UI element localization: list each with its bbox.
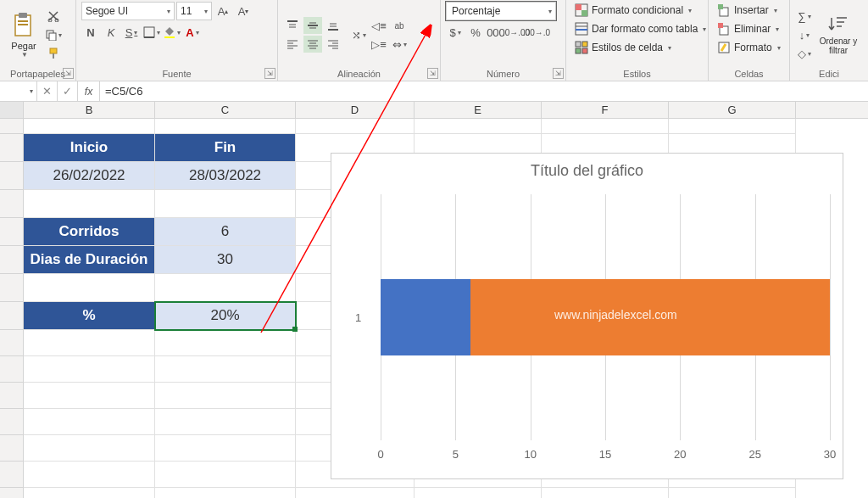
- font-color-button[interactable]: A▾: [183, 24, 202, 41]
- cell[interactable]: [155, 190, 296, 218]
- col-header-B[interactable]: B: [24, 102, 155, 118]
- cell[interactable]: [24, 409, 155, 435]
- cell[interactable]: [24, 274, 155, 302]
- decrease-indent-button[interactable]: ◁≡: [370, 17, 388, 34]
- cell[interactable]: [155, 488, 296, 498]
- cell[interactable]: 20%: [155, 302, 296, 330]
- percent-format-button[interactable]: %: [466, 24, 485, 41]
- conditional-format-button[interactable]: Formato condicional▾: [571, 2, 695, 19]
- worksheet-grid: B C D E F G InicioFin26/02/202228/03/202…: [0, 102, 868, 498]
- cell[interactable]: [296, 488, 415, 498]
- cell[interactable]: [542, 488, 669, 498]
- select-all-corner[interactable]: [0, 102, 24, 118]
- format-button[interactable]: Formato▾: [714, 39, 784, 56]
- col-header-E[interactable]: E: [415, 102, 542, 118]
- number-format-select[interactable]: Porcentaje▾: [446, 2, 556, 20]
- col-header-D[interactable]: D: [296, 102, 415, 118]
- x-tick: 15: [599, 448, 611, 461]
- cell[interactable]: Corridos: [24, 218, 155, 246]
- cell[interactable]: [155, 435, 296, 462]
- cell[interactable]: 30: [155, 246, 296, 274]
- cell[interactable]: [24, 356, 155, 383]
- cell[interactable]: [24, 435, 155, 462]
- decrease-decimal-button[interactable]: .00→.0: [527, 24, 546, 41]
- cell[interactable]: [24, 488, 155, 498]
- cell[interactable]: [24, 462, 155, 488]
- chart[interactable]: Título del gráfico 1 www.ninjadelexcel.c…: [331, 153, 843, 479]
- italic-button[interactable]: K: [102, 24, 120, 41]
- format-table-button[interactable]: Dar formato como tabla▾: [571, 20, 709, 37]
- cell[interactable]: 26/02/2022: [24, 162, 155, 190]
- cell[interactable]: [155, 356, 296, 383]
- clipboard-launcher[interactable]: ⇲: [63, 68, 74, 79]
- cell[interactable]: [24, 383, 155, 409]
- cell[interactable]: [415, 488, 542, 498]
- copy-button[interactable]: ▾: [44, 26, 63, 43]
- decrease-font-button[interactable]: A▾: [234, 3, 253, 20]
- clear-button[interactable]: ◇▾: [795, 45, 814, 62]
- number-launcher[interactable]: ⇲: [553, 68, 564, 79]
- alignment-launcher[interactable]: ⇲: [427, 68, 438, 79]
- cell[interactable]: 28/03/2022: [155, 162, 296, 190]
- bar-segment[interactable]: [381, 279, 470, 355]
- cell[interactable]: [542, 119, 669, 134]
- formula-input[interactable]: =C5/C6: [100, 81, 868, 101]
- svg-rect-43: [582, 48, 587, 53]
- cell[interactable]: [415, 119, 542, 134]
- paste-button[interactable]: Pegar ▼: [5, 6, 42, 64]
- orientation-button[interactable]: ⤭▾: [349, 26, 368, 43]
- underline-button[interactable]: S▾: [122, 24, 141, 41]
- col-header-G[interactable]: G: [669, 102, 796, 118]
- cell-styles-button[interactable]: Estilos de celda▾: [571, 39, 675, 56]
- cell[interactable]: [155, 409, 296, 435]
- chart-title[interactable]: Título del gráfico: [331, 154, 843, 185]
- cell[interactable]: [155, 330, 296, 356]
- svg-rect-41: [582, 42, 587, 47]
- align-left-button[interactable]: [283, 36, 302, 53]
- increase-indent-button[interactable]: ▷≡: [370, 36, 388, 53]
- fx-icon[interactable]: fx: [78, 81, 100, 101]
- cell[interactable]: [155, 119, 296, 134]
- insert-button[interactable]: Insertar▾: [714, 2, 781, 19]
- cancel-formula-button[interactable]: ✕: [37, 81, 58, 101]
- enter-formula-button[interactable]: ✓: [58, 81, 78, 101]
- cell[interactable]: Dias de Duración: [24, 246, 155, 274]
- font-launcher[interactable]: ⇲: [264, 68, 275, 79]
- sort-filter-button[interactable]: Ordenar y filtrar: [817, 6, 860, 64]
- delete-button[interactable]: Eliminar▾: [714, 20, 782, 37]
- name-box[interactable]: ▾: [0, 81, 37, 101]
- merge-button[interactable]: ⇔▾: [390, 36, 409, 53]
- font-size-select[interactable]: 11▾: [176, 2, 212, 20]
- cell[interactable]: [24, 330, 155, 356]
- increase-font-button[interactable]: A▴: [214, 3, 232, 20]
- align-top-button[interactable]: [283, 17, 302, 34]
- cell[interactable]: [669, 488, 796, 498]
- autosum-button[interactable]: ∑▾: [795, 8, 814, 25]
- bold-button[interactable]: N: [81, 24, 100, 41]
- accounting-format-button[interactable]: $▾: [446, 24, 465, 41]
- wrap-text-button[interactable]: ab: [390, 17, 409, 34]
- cell[interactable]: Inicio: [24, 134, 155, 162]
- col-header-C[interactable]: C: [155, 102, 296, 118]
- align-bottom-button[interactable]: [324, 17, 342, 34]
- cell[interactable]: Fin: [155, 134, 296, 162]
- cell[interactable]: [155, 462, 296, 488]
- align-right-button[interactable]: [324, 36, 342, 53]
- font-name-select[interactable]: Segoe UI▾: [81, 2, 175, 20]
- align-middle-button[interactable]: [303, 17, 322, 34]
- cell[interactable]: [24, 190, 155, 218]
- format-painter-button[interactable]: [44, 45, 63, 62]
- cut-button[interactable]: [44, 8, 63, 25]
- cell[interactable]: [155, 274, 296, 302]
- cell[interactable]: [24, 119, 155, 134]
- cell[interactable]: %: [24, 302, 155, 330]
- fill-button[interactable]: ↓▾: [795, 26, 814, 43]
- cell[interactable]: 6: [155, 218, 296, 246]
- border-button[interactable]: ▾: [142, 24, 161, 41]
- fill-color-button[interactable]: ▾: [163, 24, 181, 41]
- cell[interactable]: [155, 383, 296, 409]
- cell[interactable]: [296, 119, 415, 134]
- col-header-F[interactable]: F: [542, 102, 669, 118]
- align-center-button[interactable]: [303, 36, 322, 53]
- cell[interactable]: [669, 119, 796, 134]
